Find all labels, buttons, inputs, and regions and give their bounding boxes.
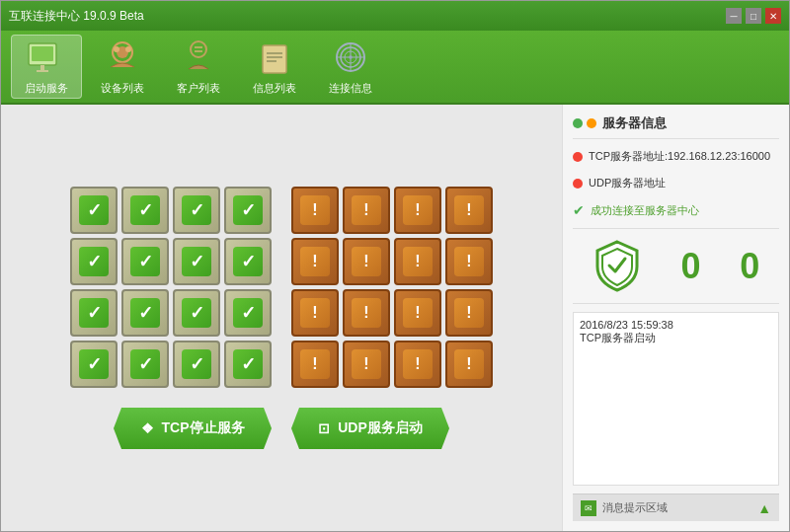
tcp-server-label: TCP服务器地址:192.168.12.23:16000 xyxy=(589,149,770,164)
warn-icon: ! xyxy=(403,349,433,379)
tcp-stop-icon: ❖ xyxy=(141,420,154,436)
warn-icon: ! xyxy=(300,195,330,225)
orange-device-cell[interactable]: ! xyxy=(394,289,441,337)
green-device-cell[interactable]: ✓ xyxy=(224,289,272,337)
green-device-cell[interactable]: ✓ xyxy=(70,238,118,285)
green-device-cell[interactable]: ✓ xyxy=(70,187,118,234)
header-dots xyxy=(573,118,596,128)
window-title: 互联连接中心 19.0.9 Beta xyxy=(9,8,144,25)
toolbar-label-device-list: 设备列表 xyxy=(101,81,144,96)
bottom-label: 消息提示区域 xyxy=(602,500,668,515)
udp-start-label: UDP服务启动 xyxy=(338,419,423,437)
bottom-arrow-icon[interactable]: ▲ xyxy=(757,500,771,516)
toolbar-label-connection-info: 连接信息 xyxy=(329,81,372,96)
server-info-title: 服务器信息 xyxy=(602,114,667,132)
svg-point-8 xyxy=(191,41,206,57)
green-device-cell[interactable]: ✓ xyxy=(173,187,220,234)
left-panel: ✓✓✓✓✓✓✓✓✓✓✓✓✓✓✓✓ !!!!!!!!!!!!!!!! ❖ TCP停… xyxy=(1,105,562,531)
warn-icon: ! xyxy=(403,298,433,328)
orange-device-cell[interactable]: ! xyxy=(291,238,339,285)
orange-device-cell[interactable]: ! xyxy=(394,341,441,388)
orange-device-cell[interactable]: ! xyxy=(394,238,441,285)
warn-icon: ! xyxy=(454,195,484,225)
warn-icon: ! xyxy=(300,349,330,379)
orange-device-cell[interactable]: ! xyxy=(445,341,493,388)
main-content: ✓✓✓✓✓✓✓✓✓✓✓✓✓✓✓✓ !!!!!!!!!!!!!!!! ❖ TCP停… xyxy=(1,105,789,531)
green-device-cell[interactable]: ✓ xyxy=(121,238,169,285)
orange-device-cell[interactable]: ! xyxy=(394,187,441,234)
warn-icon: ! xyxy=(454,298,484,328)
green-device-cell[interactable]: ✓ xyxy=(173,289,220,337)
client-list-icon xyxy=(179,38,218,77)
check-icon: ✓ xyxy=(79,298,109,328)
orange-device-cell[interactable]: ! xyxy=(291,289,339,337)
check-icon: ✓ xyxy=(130,247,160,276)
udp-server-label: UDP服务器地址 xyxy=(589,176,666,190)
orange-device-cell[interactable]: ! xyxy=(445,238,493,285)
orange-device-cell[interactable]: ! xyxy=(343,289,390,337)
main-window: 互联连接中心 19.0.9 Beta ─ □ ✕ 启动服务 xyxy=(0,0,790,532)
check-icon: ✓ xyxy=(182,298,211,328)
toolbar-label-start-service: 启动服务 xyxy=(25,81,68,96)
warn-icon: ! xyxy=(454,247,484,276)
minimize-button[interactable]: ─ xyxy=(726,8,742,24)
tcp-status-dot xyxy=(573,152,583,162)
close-button[interactable]: ✕ xyxy=(765,8,781,24)
svg-rect-11 xyxy=(263,45,286,73)
toolbar: 启动服务 设备列表 xyxy=(1,31,789,105)
green-device-cell[interactable]: ✓ xyxy=(70,341,118,388)
toolbar-item-info-list[interactable]: 信息列表 xyxy=(239,35,310,99)
green-device-cell[interactable]: ✓ xyxy=(173,238,220,285)
check-icon: ✓ xyxy=(182,247,211,276)
shield-icon xyxy=(592,239,642,293)
check-icon: ✓ xyxy=(233,195,263,225)
connection-info-icon xyxy=(331,38,370,77)
action-buttons: ❖ TCP停止服务 ⊡ UDP服务启动 xyxy=(114,408,449,449)
device-list-icon xyxy=(103,38,142,77)
tcp-stop-label: TCP停止服务 xyxy=(162,419,245,437)
orange-device-cell[interactable]: ! xyxy=(343,238,390,285)
udp-status-dot xyxy=(573,179,583,189)
log-message: TCP服务器启动 xyxy=(580,331,772,345)
toolbar-item-connection-info[interactable]: 连接信息 xyxy=(315,35,386,99)
green-device-cell[interactable]: ✓ xyxy=(224,238,272,285)
orange-device-cell[interactable]: ! xyxy=(445,289,493,337)
stat-count-2: 0 xyxy=(740,246,759,287)
green-device-cell[interactable]: ✓ xyxy=(224,341,272,388)
green-device-cell[interactable]: ✓ xyxy=(121,341,169,388)
toolbar-label-client-list: 客户列表 xyxy=(177,81,220,96)
warn-icon: ! xyxy=(352,349,381,379)
check-icon: ✓ xyxy=(233,247,263,276)
orange-device-cell[interactable]: ! xyxy=(291,187,339,234)
green-device-cell[interactable]: ✓ xyxy=(224,187,272,234)
log-timestamp: 2016/8/23 15:59:38 xyxy=(580,319,772,331)
toolbar-item-device-list[interactable]: 设备列表 xyxy=(87,35,158,99)
toolbar-item-start-service[interactable]: 启动服务 xyxy=(11,35,82,99)
orange-device-cell[interactable]: ! xyxy=(445,187,493,234)
warn-icon: ! xyxy=(300,298,330,328)
warn-icon: ! xyxy=(403,195,433,225)
success-label: 成功连接至服务器中心 xyxy=(591,203,699,218)
orange-device-cell[interactable]: ! xyxy=(343,341,390,388)
stat-count-1: 0 xyxy=(680,246,700,287)
tcp-stop-button[interactable]: ❖ TCP停止服务 xyxy=(114,408,272,449)
check-icon: ✓ xyxy=(130,195,160,225)
log-area: 2016/8/23 15:59:38 TCP服务器启动 xyxy=(573,312,779,486)
green-device-cell[interactable]: ✓ xyxy=(121,187,169,234)
success-row: ✔ 成功连接至服务器中心 xyxy=(573,200,779,220)
toolbar-label-info-list: 信息列表 xyxy=(253,81,296,96)
toolbar-item-client-list[interactable]: 客户列表 xyxy=(163,35,234,99)
green-device-cell[interactable]: ✓ xyxy=(173,341,220,388)
green-device-cell[interactable]: ✓ xyxy=(121,289,169,337)
svg-rect-2 xyxy=(40,65,44,70)
server-info-header: 服务器信息 xyxy=(573,114,779,139)
orange-device-cell[interactable]: ! xyxy=(343,187,390,234)
udp-start-button[interactable]: ⊡ UDP服务启动 xyxy=(291,408,449,449)
dot-orange-1 xyxy=(587,118,596,128)
orange-device-cell[interactable]: ! xyxy=(291,341,339,388)
green-device-cell[interactable]: ✓ xyxy=(70,289,118,337)
dot-green-1 xyxy=(573,118,583,128)
maximize-button[interactable]: □ xyxy=(746,8,761,24)
check-icon: ✓ xyxy=(79,247,109,276)
warn-icon: ! xyxy=(403,247,433,276)
